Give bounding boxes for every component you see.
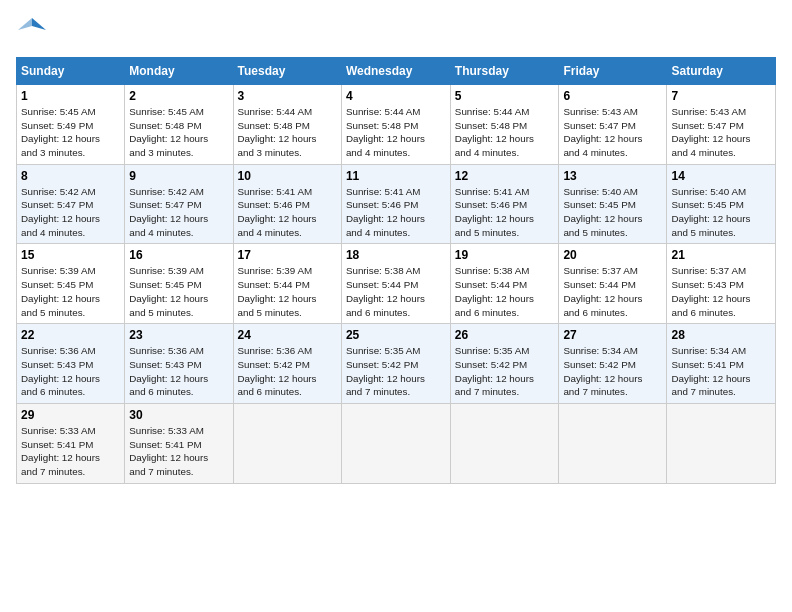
day-number: 6 xyxy=(563,89,662,103)
calendar-cell: 5Sunrise: 5:44 AM Sunset: 5:48 PM Daylig… xyxy=(450,84,559,164)
day-info: Sunrise: 5:36 AM Sunset: 5:42 PM Dayligh… xyxy=(238,344,337,399)
day-info: Sunrise: 5:41 AM Sunset: 5:46 PM Dayligh… xyxy=(238,185,337,240)
column-header-friday: Friday xyxy=(559,57,667,84)
calendar-cell xyxy=(667,404,776,484)
calendar-cell xyxy=(559,404,667,484)
calendar-cell: 24Sunrise: 5:36 AM Sunset: 5:42 PM Dayli… xyxy=(233,324,341,404)
day-number: 27 xyxy=(563,328,662,342)
calendar-week-row: 29Sunrise: 5:33 AM Sunset: 5:41 PM Dayli… xyxy=(17,404,776,484)
day-info: Sunrise: 5:35 AM Sunset: 5:42 PM Dayligh… xyxy=(346,344,446,399)
calendar-table: SundayMondayTuesdayWednesdayThursdayFrid… xyxy=(16,57,776,484)
day-info: Sunrise: 5:40 AM Sunset: 5:45 PM Dayligh… xyxy=(671,185,771,240)
day-info: Sunrise: 5:36 AM Sunset: 5:43 PM Dayligh… xyxy=(21,344,120,399)
day-number: 30 xyxy=(129,408,228,422)
day-number: 9 xyxy=(129,169,228,183)
day-number: 18 xyxy=(346,248,446,262)
calendar-cell xyxy=(450,404,559,484)
calendar-cell: 26Sunrise: 5:35 AM Sunset: 5:42 PM Dayli… xyxy=(450,324,559,404)
calendar-cell: 19Sunrise: 5:38 AM Sunset: 5:44 PM Dayli… xyxy=(450,244,559,324)
day-info: Sunrise: 5:45 AM Sunset: 5:48 PM Dayligh… xyxy=(129,105,228,160)
logo xyxy=(16,16,46,49)
day-info: Sunrise: 5:43 AM Sunset: 5:47 PM Dayligh… xyxy=(563,105,662,160)
day-number: 20 xyxy=(563,248,662,262)
day-info: Sunrise: 5:38 AM Sunset: 5:44 PM Dayligh… xyxy=(455,264,555,319)
day-number: 24 xyxy=(238,328,337,342)
day-info: Sunrise: 5:34 AM Sunset: 5:42 PM Dayligh… xyxy=(563,344,662,399)
day-number: 3 xyxy=(238,89,337,103)
calendar-cell xyxy=(233,404,341,484)
day-number: 22 xyxy=(21,328,120,342)
calendar-cell: 9Sunrise: 5:42 AM Sunset: 5:47 PM Daylig… xyxy=(125,164,233,244)
day-info: Sunrise: 5:41 AM Sunset: 5:46 PM Dayligh… xyxy=(455,185,555,240)
day-info: Sunrise: 5:44 AM Sunset: 5:48 PM Dayligh… xyxy=(455,105,555,160)
calendar-cell: 2Sunrise: 5:45 AM Sunset: 5:48 PM Daylig… xyxy=(125,84,233,164)
day-info: Sunrise: 5:33 AM Sunset: 5:41 PM Dayligh… xyxy=(129,424,228,479)
logo-bird-icon xyxy=(18,16,46,44)
day-info: Sunrise: 5:39 AM Sunset: 5:44 PM Dayligh… xyxy=(238,264,337,319)
day-number: 26 xyxy=(455,328,555,342)
day-number: 7 xyxy=(671,89,771,103)
day-info: Sunrise: 5:45 AM Sunset: 5:49 PM Dayligh… xyxy=(21,105,120,160)
calendar-cell: 8Sunrise: 5:42 AM Sunset: 5:47 PM Daylig… xyxy=(17,164,125,244)
calendar-cell: 16Sunrise: 5:39 AM Sunset: 5:45 PM Dayli… xyxy=(125,244,233,324)
day-info: Sunrise: 5:33 AM Sunset: 5:41 PM Dayligh… xyxy=(21,424,120,479)
calendar-cell: 21Sunrise: 5:37 AM Sunset: 5:43 PM Dayli… xyxy=(667,244,776,324)
day-number: 10 xyxy=(238,169,337,183)
column-header-wednesday: Wednesday xyxy=(341,57,450,84)
calendar-cell: 7Sunrise: 5:43 AM Sunset: 5:47 PM Daylig… xyxy=(667,84,776,164)
calendar-cell: 1Sunrise: 5:45 AM Sunset: 5:49 PM Daylig… xyxy=(17,84,125,164)
calendar-cell: 11Sunrise: 5:41 AM Sunset: 5:46 PM Dayli… xyxy=(341,164,450,244)
day-number: 13 xyxy=(563,169,662,183)
calendar-cell: 25Sunrise: 5:35 AM Sunset: 5:42 PM Dayli… xyxy=(341,324,450,404)
calendar-cell xyxy=(341,404,450,484)
calendar-cell: 23Sunrise: 5:36 AM Sunset: 5:43 PM Dayli… xyxy=(125,324,233,404)
calendar-header-row: SundayMondayTuesdayWednesdayThursdayFrid… xyxy=(17,57,776,84)
calendar-cell: 4Sunrise: 5:44 AM Sunset: 5:48 PM Daylig… xyxy=(341,84,450,164)
day-info: Sunrise: 5:34 AM Sunset: 5:41 PM Dayligh… xyxy=(671,344,771,399)
day-number: 11 xyxy=(346,169,446,183)
day-info: Sunrise: 5:39 AM Sunset: 5:45 PM Dayligh… xyxy=(129,264,228,319)
logo-general xyxy=(16,16,46,49)
calendar-cell: 17Sunrise: 5:39 AM Sunset: 5:44 PM Dayli… xyxy=(233,244,341,324)
day-info: Sunrise: 5:39 AM Sunset: 5:45 PM Dayligh… xyxy=(21,264,120,319)
calendar-cell: 10Sunrise: 5:41 AM Sunset: 5:46 PM Dayli… xyxy=(233,164,341,244)
day-number: 17 xyxy=(238,248,337,262)
day-number: 1 xyxy=(21,89,120,103)
day-info: Sunrise: 5:42 AM Sunset: 5:47 PM Dayligh… xyxy=(129,185,228,240)
column-header-thursday: Thursday xyxy=(450,57,559,84)
page-header xyxy=(16,16,776,49)
calendar-cell: 29Sunrise: 5:33 AM Sunset: 5:41 PM Dayli… xyxy=(17,404,125,484)
day-number: 16 xyxy=(129,248,228,262)
day-number: 8 xyxy=(21,169,120,183)
column-header-monday: Monday xyxy=(125,57,233,84)
column-header-saturday: Saturday xyxy=(667,57,776,84)
day-number: 28 xyxy=(671,328,771,342)
day-info: Sunrise: 5:44 AM Sunset: 5:48 PM Dayligh… xyxy=(238,105,337,160)
calendar-cell: 27Sunrise: 5:34 AM Sunset: 5:42 PM Dayli… xyxy=(559,324,667,404)
day-number: 15 xyxy=(21,248,120,262)
day-info: Sunrise: 5:42 AM Sunset: 5:47 PM Dayligh… xyxy=(21,185,120,240)
calendar-cell: 3Sunrise: 5:44 AM Sunset: 5:48 PM Daylig… xyxy=(233,84,341,164)
day-number: 5 xyxy=(455,89,555,103)
day-info: Sunrise: 5:44 AM Sunset: 5:48 PM Dayligh… xyxy=(346,105,446,160)
calendar-cell: 13Sunrise: 5:40 AM Sunset: 5:45 PM Dayli… xyxy=(559,164,667,244)
calendar-cell: 18Sunrise: 5:38 AM Sunset: 5:44 PM Dayli… xyxy=(341,244,450,324)
day-info: Sunrise: 5:36 AM Sunset: 5:43 PM Dayligh… xyxy=(129,344,228,399)
calendar-week-row: 22Sunrise: 5:36 AM Sunset: 5:43 PM Dayli… xyxy=(17,324,776,404)
day-number: 12 xyxy=(455,169,555,183)
day-number: 25 xyxy=(346,328,446,342)
calendar-cell: 14Sunrise: 5:40 AM Sunset: 5:45 PM Dayli… xyxy=(667,164,776,244)
day-info: Sunrise: 5:41 AM Sunset: 5:46 PM Dayligh… xyxy=(346,185,446,240)
calendar-cell: 20Sunrise: 5:37 AM Sunset: 5:44 PM Dayli… xyxy=(559,244,667,324)
calendar-cell: 30Sunrise: 5:33 AM Sunset: 5:41 PM Dayli… xyxy=(125,404,233,484)
day-info: Sunrise: 5:40 AM Sunset: 5:45 PM Dayligh… xyxy=(563,185,662,240)
day-info: Sunrise: 5:37 AM Sunset: 5:43 PM Dayligh… xyxy=(671,264,771,319)
calendar-week-row: 1Sunrise: 5:45 AM Sunset: 5:49 PM Daylig… xyxy=(17,84,776,164)
calendar-cell: 22Sunrise: 5:36 AM Sunset: 5:43 PM Dayli… xyxy=(17,324,125,404)
column-header-sunday: Sunday xyxy=(17,57,125,84)
day-number: 21 xyxy=(671,248,771,262)
day-number: 4 xyxy=(346,89,446,103)
day-info: Sunrise: 5:38 AM Sunset: 5:44 PM Dayligh… xyxy=(346,264,446,319)
day-info: Sunrise: 5:43 AM Sunset: 5:47 PM Dayligh… xyxy=(671,105,771,160)
day-number: 2 xyxy=(129,89,228,103)
